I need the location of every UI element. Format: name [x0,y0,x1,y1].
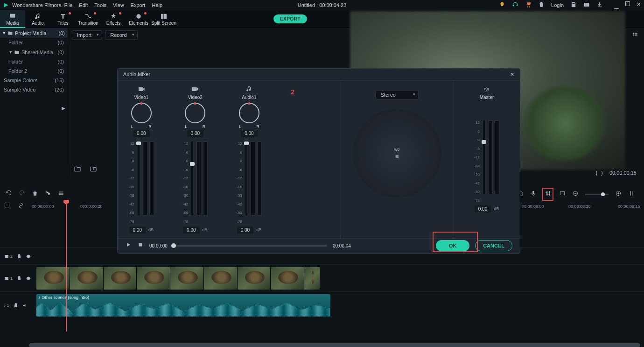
menu-file[interactable]: File [64,2,73,8]
svg-point-4 [546,192,546,193]
tab-elements[interactable]: Elements [126,10,151,28]
cancel-button[interactable]: CANCEL [475,240,512,251]
trash-icon[interactable] [538,1,545,9]
collapse-panel-icon[interactable]: ▶ [62,106,65,111]
playhead[interactable] [66,201,67,332]
eye-icon[interactable] [26,276,31,281]
audio-mixer-icon[interactable] [543,189,553,200]
save-icon[interactable] [570,1,577,9]
ok-button[interactable]: OK [436,240,470,251]
tab-titles[interactable]: Titles [50,10,76,28]
lock-icon[interactable] [13,303,19,308]
menu-view[interactable]: View [113,2,124,8]
pan-knob[interactable] [131,103,152,123]
sidepanel-item-samplecolors[interactable]: Sample Colors(15) [0,76,68,85]
menu-tools[interactable]: Tools [94,2,106,8]
menu-help[interactable]: Help [152,2,162,8]
menu-export[interactable]: Export [131,2,146,8]
svg-rect-14 [192,87,196,91]
project-media-header[interactable]: ▾Project Media (0) [0,28,68,38]
redo-icon[interactable] [19,190,25,198]
pan-knob[interactable] [185,103,205,123]
mail-icon[interactable] [583,1,590,9]
sidepanel-item-samplevideo[interactable]: Sample Video(20) [0,85,68,94]
zoom-fit-icon[interactable] [628,190,635,198]
new-bin-icon[interactable] [90,165,97,175]
pan-value[interactable]: 0.00 [133,130,149,137]
gain-value[interactable]: 0.00 [129,227,146,234]
download-icon[interactable] [596,1,603,9]
grid-view-icon[interactable] [630,30,640,40]
master-fader[interactable] [483,120,485,194]
headphone-icon[interactable] [512,1,518,9]
adjust-icon[interactable] [58,190,64,198]
maximize-icon[interactable] [625,1,630,6]
fader[interactable] [245,142,247,215]
import-dropdown[interactable]: Import [72,30,102,40]
stereo-dropdown[interactable]: Stereo [376,90,419,99]
channel-video2: Video2 LR 0.00 1260-6-12-18-30-42-60-78 … [183,85,208,234]
playback-end-time: 00:00:04 [333,243,351,248]
svg-rect-3 [532,191,534,194]
surround-pan[interactable]: W2▦ [353,109,441,198]
sidepanel-item-folder3[interactable]: Folder 2(0) [0,66,68,76]
track-v1[interactable]: 1 ▸Plating Food [0,264,644,291]
media-sidepanel: ▾Project Media (0) Folder(0) ▾Shared Med… [0,28,68,177]
zoom-out-icon[interactable] [572,190,579,198]
timeline-scrollbar[interactable] [29,343,640,347]
dialog-close-icon[interactable]: ✕ [510,71,514,78]
stop-icon[interactable] [137,241,144,250]
menu-edit[interactable]: Edit [79,2,88,8]
master-channel: Master 1260-6-12-18-30-42-60-78 0.00dB [454,81,520,238]
login-button[interactable]: Login [551,2,564,8]
master-gain-value[interactable]: 0.00 [475,205,491,212]
svg-point-0 [136,14,140,18]
mic-icon[interactable] [530,190,537,198]
audio-clip[interactable]: ♪Other scenes (song intro) [36,294,330,317]
svg-rect-15 [139,243,142,247]
track-a1[interactable]: ♪1 ♪Other scenes (song intro) [0,291,644,319]
undo-icon[interactable] [6,190,12,198]
mark-out-icon[interactable]: } [601,170,603,176]
sidepanel-item-folder2[interactable]: Folder(0) [0,57,68,66]
level-meter [495,120,499,194]
idea-icon[interactable] [499,1,505,9]
tab-splitscreen[interactable]: Split Screen [151,10,176,28]
project-title: Untitled : 00:00:04:23 [298,2,347,8]
fader[interactable] [138,142,140,215]
render-icon[interactable] [559,190,566,198]
tab-audio[interactable]: Audio [25,10,50,28]
fader[interactable] [191,142,193,215]
eye-icon[interactable] [26,254,31,259]
mute-icon[interactable] [22,303,28,308]
pan-value[interactable]: 0.00 [241,130,257,137]
record-dropdown[interactable]: Record [105,30,137,40]
sidepanel-item-shared[interactable]: ▾Shared Media(0) [0,47,68,57]
pan-value[interactable]: 0.00 [187,130,203,137]
lock-icon[interactable] [16,254,22,259]
new-folder-icon[interactable] [74,165,81,175]
delete-icon[interactable] [32,190,38,198]
video-clip[interactable]: ▸Plating Food [36,267,320,290]
sidepanel-item-folder[interactable]: Folder(0) [0,38,68,47]
close-icon[interactable]: ✕ [637,1,641,6]
zoom-in-icon[interactable] [615,190,622,198]
mark-in-icon[interactable]: { [596,170,598,176]
zoom-slider[interactable] [585,194,609,195]
minimize-icon[interactable] [614,4,619,9]
app-name: Wondershare Filmora [12,2,62,8]
export-button[interactable]: EXPORT [273,14,307,23]
playback-progress[interactable] [173,245,327,247]
play-icon[interactable] [125,241,132,250]
gain-value[interactable]: 0.00 [183,227,199,234]
lock-icon[interactable] [16,276,22,281]
pan-knob[interactable] [239,103,259,123]
music-icon [245,85,253,93]
level-meter [488,120,493,194]
tab-media[interactable]: Media [0,10,25,28]
gain-value[interactable]: 0.00 [237,227,253,234]
tab-transition[interactable]: Transition [76,10,101,28]
cart-icon[interactable] [525,1,532,9]
split-icon[interactable] [45,190,51,198]
tab-effects[interactable]: Effects [101,10,126,28]
